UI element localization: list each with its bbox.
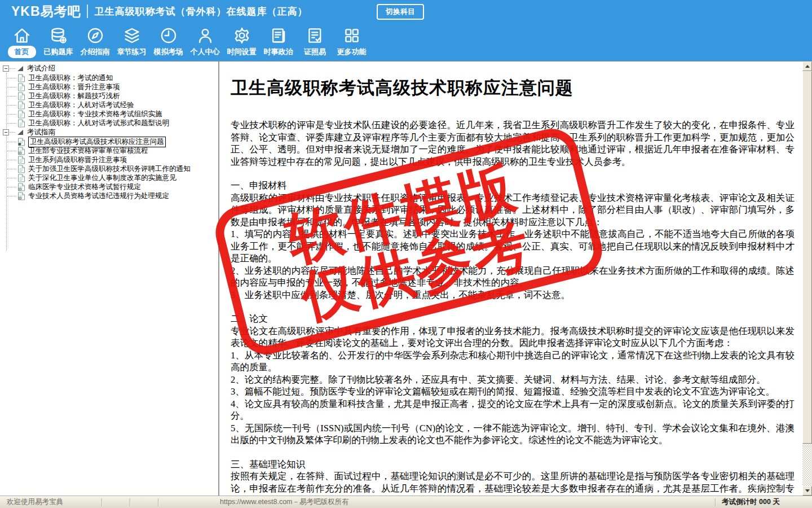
grid-icon	[342, 26, 361, 45]
switch-subject-button[interactable]: 切换科目	[377, 4, 424, 20]
toolbar-item-label: 时间设置	[223, 46, 261, 58]
tree-connector	[7, 105, 16, 106]
news-icon	[269, 26, 288, 45]
tree-connector	[7, 142, 16, 142]
tree-item-label: 卫生部专业技术资格评审单位审核流程	[28, 146, 148, 156]
toolbar-item-clock[interactable]: 模拟考场	[150, 23, 187, 58]
status-copyright-url: https://www.etest8.com－易考吧版权所有	[159, 496, 715, 508]
tree-item-label: 卫生高级职称：人机对话考试经验	[28, 100, 134, 110]
tree-item[interactable]: 卫生高级职称：晋升注意事项	[0, 82, 218, 91]
article-body: 专业技术职称的评审是专业技术队伍建设的必要途径。近几年来，我省卫生系列高级职称晋…	[231, 119, 795, 496]
folder-icon	[17, 130, 23, 135]
doc-eye-icon	[17, 183, 25, 191]
toolbar-item-user[interactable]: 个人中心	[187, 23, 223, 58]
toolbar-item-news[interactable]: 时事政治	[260, 23, 297, 58]
article: 卫生高级职称考试高级技术职称应注意问题 专业技术职称的评审是专业技术队伍建设的必…	[219, 62, 802, 496]
tree-item-label: 卫生高级职称：专业技术资格考试组织实施	[28, 110, 162, 119]
toolbar-item-certificate[interactable]: 证照易	[297, 23, 333, 58]
tree-section-label: 考试指南	[27, 128, 55, 137]
tree-connector	[7, 160, 16, 160]
section-heading: 二、论文	[231, 313, 795, 325]
tree-item[interactable]: 卫生高级职称：人机对话考试经验	[0, 100, 218, 110]
collapse-icon[interactable]	[3, 65, 9, 72]
gear-icon	[232, 26, 251, 45]
toolbar-item-label: 更多功能	[333, 46, 371, 58]
toolbar-item-label: 介绍指南	[76, 46, 114, 58]
content-paragraph: 5、无国际统一刊号（ISSN)或国内统一刊号（CN)的论文，一律不能选为评审论文…	[231, 422, 795, 446]
tree-section-header[interactable]: 考试指南	[0, 128, 218, 137]
chapters-icon	[122, 26, 142, 45]
toolbar-item-label: 已购题库	[39, 46, 78, 58]
folder-icon	[17, 66, 23, 71]
tree-connector	[7, 87, 16, 87]
toolbar-item-label: 证照易	[299, 46, 330, 58]
doc-icon	[17, 83, 25, 91]
tree-item-label: 关于深化卫生事业单位人事制度改革的实施意见	[28, 173, 176, 183]
tree-item[interactable]: 关于加强卫生医学高级职称技术职务评聘工作的通知	[0, 164, 218, 173]
toolbar-item-compass[interactable]: 介绍指南	[77, 23, 113, 58]
content-pane: 卫生高级职称考试高级技术职称应注意问题 专业技术职称的评审是专业技术队伍建设的必…	[219, 62, 812, 496]
tree-connector	[7, 96, 16, 97]
status-welcome: 欢迎使用易考宝典	[0, 496, 102, 508]
app-logo: YKB易考吧	[11, 3, 81, 20]
doc-icon	[17, 156, 25, 164]
content-paragraph: 3、业务述职中应做到条理清楚、层次分明，重点突出，不能杂乱无章，词不达意。	[231, 289, 795, 301]
tree-item[interactable]: 关于深化卫生事业单位人事制度改革的实施意见	[0, 173, 218, 182]
tree-item[interactable]: 卫生高级职称考试高级技术职称应注意问题	[0, 137, 218, 146]
tree-connector	[10, 68, 15, 69]
content-paragraph: 2、论文的结构要完整。除了刊物比较著名外，还应具有中、英文摘要、关键词、材料与方…	[231, 374, 795, 386]
tree-connector	[7, 114, 16, 115]
tree-item[interactable]: 卫生高级职称：解题技巧浅析	[0, 91, 218, 100]
toolbar-item-home[interactable]: 首页	[3, 23, 40, 58]
toolbar-item-label: 个人中心	[186, 46, 224, 58]
tree-section-header[interactable]: 考试介绍	[0, 64, 218, 73]
toolbar: 首页已购题库介绍指南章节练习模拟考场个人中心时间设置时事政治证照易更多功能	[0, 23, 812, 61]
toolbar-item-question-bank[interactable]: 已购题库	[40, 23, 77, 58]
toolbar-item-chapters[interactable]: 章节练习	[113, 23, 150, 58]
document-tree: 考试介绍卫生高级职称：考试的通知卫生高级职称：晋升注意事项卫生高级职称：解题技巧…	[0, 64, 218, 200]
clock-icon	[159, 26, 178, 45]
tree-item[interactable]: 卫生部专业技术资格评审单位审核流程	[0, 146, 218, 155]
tree-item-label: 卫生高级职称：晋升注意事项	[28, 82, 120, 92]
arrow-up-icon	[805, 65, 810, 68]
toolbar-item-gear[interactable]: 时间设置	[223, 23, 260, 58]
doc-icon	[17, 110, 25, 119]
tree-connector	[7, 196, 16, 196]
tree-connector	[7, 178, 16, 178]
doc-icon	[17, 165, 25, 173]
scroll-up-button[interactable]	[802, 62, 812, 71]
doc-eye-icon	[17, 147, 25, 155]
toolbar-item-label: 章节练习	[113, 46, 151, 58]
doc-icon	[17, 119, 25, 128]
doc-eye-icon	[17, 192, 25, 200]
scrollbar-thumb[interactable]	[802, 71, 812, 444]
vertical-scrollbar[interactable]	[802, 62, 812, 496]
user-icon	[196, 26, 215, 45]
tree-item[interactable]: 卫生高级职称：专业技术资格考试组织实施	[0, 110, 218, 119]
titlebar-divider	[87, 5, 88, 18]
tree-connector	[7, 78, 16, 78]
content-paragraph: 高级职称的评审材料由专业技术职务任职资格评审申报表、专业技术工作考绩登记表、专业…	[231, 192, 795, 229]
toolbar-item-grid[interactable]: 更多功能	[333, 23, 370, 58]
content-paragraph: 1、从本专业比较著名的、公开发行的中华医学会系列杂志和核心期刊中挑选自己的评审论…	[231, 349, 795, 374]
scrollbar-track[interactable]	[802, 444, 812, 486]
main-area: 考试介绍卫生高级职称：考试的通知卫生高级职称：晋升注意事项卫生高级职称：解题技巧…	[0, 61, 812, 496]
tree-section-label: 考试介绍	[27, 64, 55, 73]
article-title: 卫生高级职称考试高级技术职称应注意问题	[231, 76, 795, 100]
doc-icon	[17, 101, 25, 110]
tree-item[interactable]: 卫生系列高级职称晋升注意事项	[0, 155, 218, 164]
content-paragraph: 专业论文在高级职称评审中具有重要的作用，体现了申报者的业务技术能力。报考高级技术…	[231, 325, 795, 349]
toolbar-item-label: 时事政治	[259, 46, 298, 58]
arrow-down-icon	[805, 489, 810, 492]
tree-item[interactable]: 专业技术人员资格考试违纪违规行为处理规定	[0, 191, 218, 200]
collapse-icon[interactable]	[3, 129, 9, 135]
tree-item[interactable]: 卫生高级职称：人机对话考试形式和题型说明	[0, 119, 218, 128]
tree-item[interactable]: 卫生高级职称：考试的通知	[0, 73, 218, 82]
tree-item-label: 卫生系列高级职称晋升注意事项	[28, 155, 127, 165]
toolbar-item-label: 模拟考场	[149, 46, 188, 58]
tree-item-label: 卫生高级职称：考试的通知	[28, 73, 113, 83]
tree-item[interactable]: 临床医学专业技术资格考试暂行规定	[0, 182, 218, 191]
tree-item-label: 专业技术人员资格考试违纪违规行为处理规定	[28, 191, 169, 201]
tree-item-label: 关于加强卫生医学高级职称技术职务评聘工作的通知	[28, 164, 191, 174]
scroll-down-button[interactable]	[802, 486, 812, 496]
